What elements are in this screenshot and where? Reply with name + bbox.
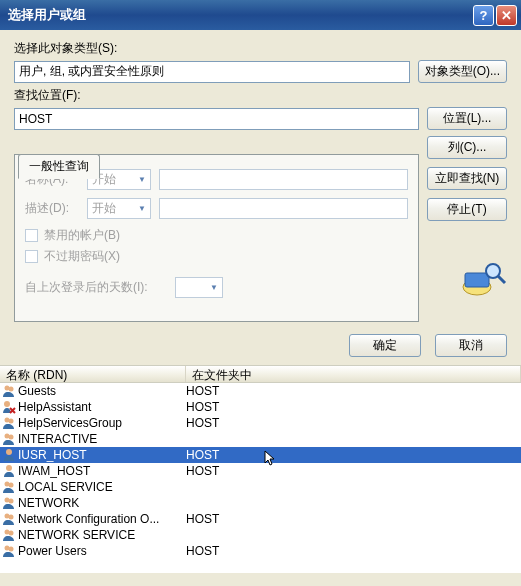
name-input[interactable] bbox=[159, 169, 408, 190]
svg-line-3 bbox=[498, 276, 505, 283]
chevron-down-icon: ▼ bbox=[138, 204, 146, 213]
days-since-logon-label: 自上次登录后的天数(I): bbox=[25, 279, 175, 296]
svg-point-5 bbox=[9, 387, 14, 392]
table-row[interactable]: HelpServicesGroupHOST bbox=[0, 415, 521, 431]
svg-point-8 bbox=[9, 419, 14, 424]
row-folder: HOST bbox=[186, 544, 521, 558]
principal-icon bbox=[2, 464, 16, 478]
row-name: Power Users bbox=[18, 544, 186, 558]
object-type-field[interactable] bbox=[14, 61, 410, 83]
close-button[interactable]: ✕ bbox=[496, 5, 517, 26]
columns-button[interactable]: 列(C)... bbox=[427, 136, 507, 159]
object-type-label: 选择此对象类型(S): bbox=[14, 40, 507, 57]
non-expiring-password-checkbox[interactable]: 不过期密码(X) bbox=[25, 248, 408, 265]
col-folder[interactable]: 在文件夹中 bbox=[186, 366, 521, 382]
row-folder: HOST bbox=[186, 400, 521, 414]
principal-icon bbox=[2, 496, 16, 510]
principal-icon bbox=[2, 544, 16, 558]
principal-icon bbox=[2, 512, 16, 526]
svg-point-14 bbox=[9, 483, 14, 488]
find-icon bbox=[459, 259, 507, 299]
principal-icon bbox=[2, 480, 16, 494]
results-header: 名称 (RDN) 在文件夹中 bbox=[0, 365, 521, 383]
ok-button[interactable]: 确定 bbox=[349, 334, 421, 357]
svg-point-6 bbox=[4, 401, 10, 407]
row-folder: HOST bbox=[186, 464, 521, 478]
table-row[interactable]: LOCAL SERVICE bbox=[0, 479, 521, 495]
table-row[interactable]: IWAM_HOSTHOST bbox=[0, 463, 521, 479]
table-row[interactable]: Network Configuration O...HOST bbox=[0, 511, 521, 527]
svg-point-16 bbox=[9, 499, 14, 504]
table-row[interactable]: HelpAssistantHOST bbox=[0, 399, 521, 415]
principal-icon bbox=[2, 432, 16, 446]
row-folder: HOST bbox=[186, 512, 521, 526]
table-row[interactable]: IUSR_HOSTHOST bbox=[0, 447, 521, 463]
location-label: 查找位置(F): bbox=[14, 87, 507, 104]
svg-point-11 bbox=[6, 449, 12, 455]
cancel-button[interactable]: 取消 bbox=[435, 334, 507, 357]
table-row[interactable]: Power UsersHOST bbox=[0, 543, 521, 559]
locations-button[interactable]: 位置(L)... bbox=[427, 107, 507, 130]
row-folder: HOST bbox=[186, 448, 521, 462]
row-name: Network Configuration O... bbox=[18, 512, 186, 526]
row-name: HelpServicesGroup bbox=[18, 416, 186, 430]
table-row[interactable]: NETWORK SERVICE bbox=[0, 527, 521, 543]
svg-point-10 bbox=[9, 435, 14, 440]
tab-common-queries[interactable]: 一般性查询 bbox=[18, 154, 100, 179]
col-name[interactable]: 名称 (RDN) bbox=[0, 366, 186, 382]
row-name: NETWORK bbox=[18, 496, 186, 510]
chevron-down-icon: ▼ bbox=[210, 283, 218, 292]
location-field[interactable] bbox=[14, 108, 419, 130]
days-since-logon-select[interactable]: ▼ bbox=[175, 277, 223, 298]
chevron-down-icon: ▼ bbox=[138, 175, 146, 184]
row-folder: HOST bbox=[186, 416, 521, 430]
principal-icon bbox=[2, 384, 16, 398]
principal-icon bbox=[2, 416, 16, 430]
row-name: NETWORK SERVICE bbox=[18, 528, 186, 542]
window-title: 选择用户或组 bbox=[8, 6, 86, 24]
svg-point-18 bbox=[9, 515, 14, 520]
table-row[interactable]: NETWORK bbox=[0, 495, 521, 511]
help-button[interactable]: ? bbox=[473, 5, 494, 26]
stop-button[interactable]: 停止(T) bbox=[427, 198, 507, 221]
object-types-button[interactable]: 对象类型(O)... bbox=[418, 60, 507, 83]
description-input[interactable] bbox=[159, 198, 408, 219]
principal-icon bbox=[2, 528, 16, 542]
find-now-button[interactable]: 立即查找(N) bbox=[427, 167, 507, 190]
titlebar: 选择用户或组 ? ✕ bbox=[0, 0, 521, 30]
principal-icon bbox=[2, 448, 16, 462]
svg-point-20 bbox=[9, 531, 14, 536]
principal-icon bbox=[2, 400, 16, 414]
svg-point-12 bbox=[6, 465, 12, 471]
description-label: 描述(D): bbox=[25, 200, 87, 217]
row-name: IWAM_HOST bbox=[18, 464, 186, 478]
row-name: Guests bbox=[18, 384, 186, 398]
row-name: INTERACTIVE bbox=[18, 432, 186, 446]
row-name: HelpAssistant bbox=[18, 400, 186, 414]
svg-rect-1 bbox=[465, 273, 489, 287]
table-row[interactable]: INTERACTIVE bbox=[0, 431, 521, 447]
tab-body: 名称(A): 开始▼ 描述(D): 开始▼ 禁用的帐户(B) 不过期密码(X) … bbox=[14, 154, 419, 322]
row-folder: HOST bbox=[186, 384, 521, 398]
results-list[interactable]: GuestsHOSTHelpAssistantHOSTHelpServicesG… bbox=[0, 383, 521, 573]
row-name: LOCAL SERVICE bbox=[18, 480, 186, 494]
svg-point-22 bbox=[9, 547, 14, 552]
table-row[interactable]: GuestsHOST bbox=[0, 383, 521, 399]
svg-point-2 bbox=[486, 264, 500, 278]
row-name: IUSR_HOST bbox=[18, 448, 186, 462]
disabled-accounts-checkbox[interactable]: 禁用的帐户(B) bbox=[25, 227, 408, 244]
description-match-select[interactable]: 开始▼ bbox=[87, 198, 151, 219]
